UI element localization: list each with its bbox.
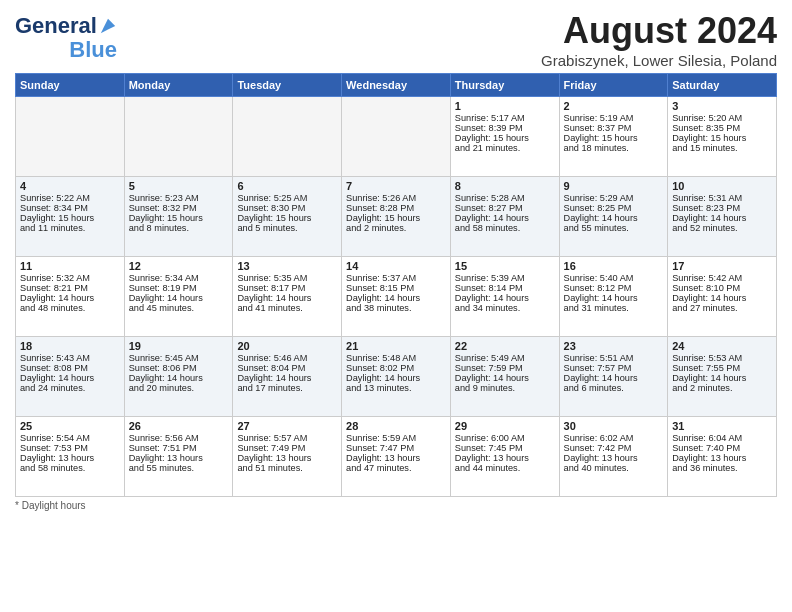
day-info: Sunset: 8:21 PM [20, 283, 120, 293]
day-info: Daylight: 13 hours [672, 453, 772, 463]
day-info: and 9 minutes. [455, 383, 555, 393]
day-info: Sunset: 8:30 PM [237, 203, 337, 213]
day-info: and 51 minutes. [237, 463, 337, 473]
day-number: 21 [346, 340, 446, 352]
day-info: and 40 minutes. [564, 463, 664, 473]
day-info: Sunset: 8:27 PM [455, 203, 555, 213]
day-info: and 13 minutes. [346, 383, 446, 393]
day-info: Sunrise: 5:34 AM [129, 273, 229, 283]
calendar-week-row: 11Sunrise: 5:32 AMSunset: 8:21 PMDayligh… [16, 257, 777, 337]
day-number: 10 [672, 180, 772, 192]
day-number: 14 [346, 260, 446, 272]
day-number: 11 [20, 260, 120, 272]
day-info: Daylight: 14 hours [455, 213, 555, 223]
day-info: Sunrise: 5:23 AM [129, 193, 229, 203]
table-row: 7Sunrise: 5:26 AMSunset: 8:28 PMDaylight… [342, 177, 451, 257]
day-info: Sunrise: 5:56 AM [129, 433, 229, 443]
day-number: 17 [672, 260, 772, 272]
table-row: 12Sunrise: 5:34 AMSunset: 8:19 PMDayligh… [124, 257, 233, 337]
day-info: and 2 minutes. [672, 383, 772, 393]
day-info: Sunrise: 5:54 AM [20, 433, 120, 443]
table-row: 27Sunrise: 5:57 AMSunset: 7:49 PMDayligh… [233, 417, 342, 497]
month-year: August 2024 [541, 10, 777, 52]
col-saturday: Saturday [668, 74, 777, 97]
day-info: and 15 minutes. [672, 143, 772, 153]
table-row: 18Sunrise: 5:43 AMSunset: 8:08 PMDayligh… [16, 337, 125, 417]
day-info: Sunset: 7:51 PM [129, 443, 229, 453]
day-info: and 44 minutes. [455, 463, 555, 473]
table-row: 28Sunrise: 5:59 AMSunset: 7:47 PMDayligh… [342, 417, 451, 497]
day-info: Sunrise: 5:46 AM [237, 353, 337, 363]
day-info: Daylight: 15 hours [455, 133, 555, 143]
day-info: Daylight: 13 hours [346, 453, 446, 463]
day-info: and 8 minutes. [129, 223, 229, 233]
day-info: Sunset: 7:53 PM [20, 443, 120, 453]
table-row: 14Sunrise: 5:37 AMSunset: 8:15 PMDayligh… [342, 257, 451, 337]
day-number: 1 [455, 100, 555, 112]
day-number: 23 [564, 340, 664, 352]
day-number: 6 [237, 180, 337, 192]
day-info: Sunset: 7:42 PM [564, 443, 664, 453]
table-row [124, 97, 233, 177]
logo-icon [99, 17, 117, 35]
day-info: Daylight: 14 hours [20, 373, 120, 383]
table-row: 30Sunrise: 6:02 AMSunset: 7:42 PMDayligh… [559, 417, 668, 497]
day-info: Sunset: 8:35 PM [672, 123, 772, 133]
day-info: Daylight: 14 hours [237, 293, 337, 303]
day-info: Sunrise: 5:37 AM [346, 273, 446, 283]
day-info: Sunrise: 5:31 AM [672, 193, 772, 203]
day-number: 4 [20, 180, 120, 192]
day-info: and 55 minutes. [129, 463, 229, 473]
day-info: Sunset: 8:15 PM [346, 283, 446, 293]
day-info: Sunrise: 5:35 AM [237, 273, 337, 283]
day-info: Sunrise: 5:40 AM [564, 273, 664, 283]
day-info: Sunrise: 5:32 AM [20, 273, 120, 283]
day-info: Sunrise: 5:39 AM [455, 273, 555, 283]
day-info: Sunset: 8:25 PM [564, 203, 664, 213]
col-wednesday: Wednesday [342, 74, 451, 97]
day-info: and 2 minutes. [346, 223, 446, 233]
day-info: Daylight: 13 hours [237, 453, 337, 463]
table-row [233, 97, 342, 177]
day-number: 8 [455, 180, 555, 192]
day-info: Sunrise: 5:22 AM [20, 193, 120, 203]
table-row: 19Sunrise: 5:45 AMSunset: 8:06 PMDayligh… [124, 337, 233, 417]
day-info: Daylight: 14 hours [672, 213, 772, 223]
table-row: 22Sunrise: 5:49 AMSunset: 7:59 PMDayligh… [450, 337, 559, 417]
day-info: Daylight: 15 hours [564, 133, 664, 143]
day-info: Daylight: 13 hours [20, 453, 120, 463]
day-number: 28 [346, 420, 446, 432]
day-info: and 52 minutes. [672, 223, 772, 233]
logo-text: General [15, 14, 97, 38]
day-info: Daylight: 13 hours [129, 453, 229, 463]
day-info: Sunset: 7:45 PM [455, 443, 555, 453]
day-info: and 45 minutes. [129, 303, 229, 313]
day-info: Sunset: 8:23 PM [672, 203, 772, 213]
day-number: 5 [129, 180, 229, 192]
day-info: Daylight: 15 hours [129, 213, 229, 223]
day-number: 20 [237, 340, 337, 352]
day-info: Sunrise: 5:48 AM [346, 353, 446, 363]
calendar-week-row: 18Sunrise: 5:43 AMSunset: 8:08 PMDayligh… [16, 337, 777, 417]
day-info: and 34 minutes. [455, 303, 555, 313]
table-row: 15Sunrise: 5:39 AMSunset: 8:14 PMDayligh… [450, 257, 559, 337]
day-info: and 58 minutes. [455, 223, 555, 233]
table-row: 17Sunrise: 5:42 AMSunset: 8:10 PMDayligh… [668, 257, 777, 337]
calendar-week-row: 4Sunrise: 5:22 AMSunset: 8:34 PMDaylight… [16, 177, 777, 257]
day-info: and 5 minutes. [237, 223, 337, 233]
footer-note: * Daylight hours [15, 500, 777, 511]
day-info: Sunrise: 6:04 AM [672, 433, 772, 443]
day-info: Sunset: 7:57 PM [564, 363, 664, 373]
day-info: Sunset: 8:10 PM [672, 283, 772, 293]
table-row: 24Sunrise: 5:53 AMSunset: 7:55 PMDayligh… [668, 337, 777, 417]
table-row: 9Sunrise: 5:29 AMSunset: 8:25 PMDaylight… [559, 177, 668, 257]
day-info: Sunset: 8:19 PM [129, 283, 229, 293]
day-info: Sunrise: 5:29 AM [564, 193, 664, 203]
table-row: 2Sunrise: 5:19 AMSunset: 8:37 PMDaylight… [559, 97, 668, 177]
footer-note-text: Daylight hours [22, 500, 86, 511]
day-info: Sunset: 8:28 PM [346, 203, 446, 213]
day-info: Sunset: 8:32 PM [129, 203, 229, 213]
svg-marker-0 [101, 19, 115, 33]
day-info: and 27 minutes. [672, 303, 772, 313]
day-info: Sunrise: 5:20 AM [672, 113, 772, 123]
